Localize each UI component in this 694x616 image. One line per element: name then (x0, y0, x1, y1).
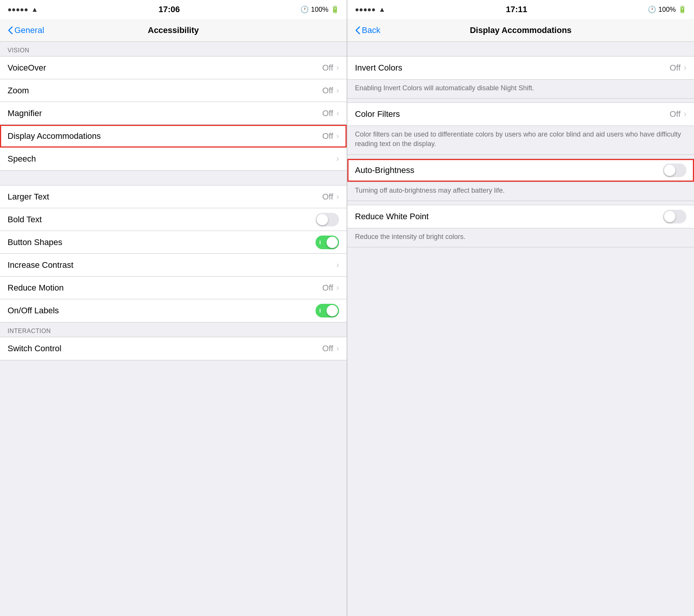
display-accommodations-row[interactable]: Display Accommodations Off › (0, 125, 347, 148)
increase-contrast-chevron: › (336, 260, 339, 270)
onoff-labels-toggle[interactable]: I (316, 304, 339, 317)
switch-control-row[interactable]: Switch Control Off › (0, 337, 347, 360)
speech-label: Speech (8, 154, 333, 164)
bold-text-knob (317, 214, 328, 225)
reduce-motion-value: Off (322, 283, 333, 293)
back-button-right[interactable]: Back (355, 25, 380, 35)
magnifier-value: Off (322, 108, 333, 118)
reduce-white-point-label: Reduce White Point (355, 212, 663, 222)
nav-bar-left: General Accessibility (0, 19, 347, 42)
voiceover-row[interactable]: VoiceOver Off › (0, 57, 347, 79)
increase-contrast-label: Increase Contrast (8, 260, 336, 270)
auto-brightness-label: Auto-Brightness (355, 165, 663, 175)
zoom-row[interactable]: Zoom Off › (0, 79, 347, 102)
color-filters-chevron: › (684, 109, 686, 119)
speech-chevron: › (336, 154, 339, 164)
color-filters-value: Off (670, 109, 681, 119)
larger-text-chevron: › (336, 192, 339, 202)
invert-colors-row[interactable]: Invert Colors Off › (347, 57, 694, 79)
reduce-white-point-knob (664, 211, 675, 222)
status-carrier-left: ●●●●● ▲ (8, 6, 38, 14)
display-accommodations-value: Off (322, 131, 333, 141)
magnifier-chevron: › (336, 108, 339, 118)
button-shapes-label: Button Shapes (8, 237, 316, 247)
invert-colors-description: Enabling Invert Colors will automaticall… (347, 80, 694, 99)
battery-icon-right: 🔋 (678, 5, 686, 14)
reduce-white-point-block: Reduce White Point (347, 205, 694, 228)
increase-contrast-row[interactable]: Increase Contrast › (0, 254, 347, 277)
button-shapes-row[interactable]: Button Shapes I (0, 231, 347, 254)
auto-brightness-knob (664, 165, 675, 176)
battery-pct-left: 100% (311, 6, 328, 14)
voiceover-value: Off (322, 63, 333, 73)
onoff-labels-toggle-label: I (319, 308, 321, 314)
reduce-motion-row[interactable]: Reduce Motion Off › (0, 277, 347, 299)
status-time-right: 17:11 (506, 5, 527, 14)
color-filters-block: Color Filters Off › (347, 102, 694, 126)
zoom-value: Off (322, 86, 333, 96)
reduce-motion-chevron: › (336, 283, 339, 293)
button-shapes-knob (327, 237, 338, 248)
onoff-labels-knob (327, 305, 338, 316)
back-button-left[interactable]: General (8, 25, 44, 35)
color-filters-row[interactable]: Color Filters Off › (347, 103, 694, 126)
page-title-left: Accessibility (148, 25, 199, 35)
button-shapes-toggle[interactable]: I (316, 236, 339, 249)
battery-pct-right: 100% (658, 6, 676, 14)
interaction-list: Switch Control Off › (0, 337, 347, 360)
general-list: Larger Text Off › Bold Text Button Shape… (0, 185, 347, 322)
onoff-labels-label: On/Off Labels (8, 306, 316, 316)
section-interaction-header: INTERACTION (0, 322, 347, 337)
bold-text-row[interactable]: Bold Text (0, 208, 347, 231)
back-label-right: Back (362, 25, 380, 35)
carrier-text-left: ●●●●● (8, 6, 28, 14)
invert-colors-chevron: › (684, 63, 686, 73)
zoom-label: Zoom (8, 86, 322, 96)
magnifier-label: Magnifier (8, 108, 322, 118)
magnifier-row[interactable]: Magnifier Off › (0, 102, 347, 125)
invert-colors-block: Invert Colors Off › (347, 56, 694, 80)
bold-text-toggle[interactable] (316, 213, 339, 226)
voiceover-label: VoiceOver (8, 63, 322, 73)
status-right-right: 🕐 100% 🔋 (648, 5, 686, 14)
color-filters-description: Color filters can be used to differentia… (347, 126, 694, 154)
switch-control-label: Switch Control (8, 344, 322, 354)
alarm-icon-left: 🕐 (300, 5, 309, 14)
auto-brightness-toggle[interactable] (663, 163, 686, 177)
right-top-spacer (347, 42, 694, 56)
status-bar-left: ●●●●● ▲ 17:06 🕐 100% 🔋 (0, 0, 347, 19)
reduce-white-point-row[interactable]: Reduce White Point (347, 205, 694, 228)
spacer-3 (347, 201, 694, 205)
color-filters-label: Color Filters (355, 109, 670, 119)
larger-text-row[interactable]: Larger Text Off › (0, 185, 347, 208)
section-vision-header: VISION (0, 42, 347, 56)
speech-row[interactable]: Speech › (0, 148, 347, 170)
vision-list: VoiceOver Off › Zoom Off › Magnifier Off… (0, 56, 347, 171)
battery-icon-left: 🔋 (331, 5, 339, 14)
nav-bar-right: Back Display Accommodations (347, 19, 694, 42)
right-panel: ●●●●● ▲ 17:11 🕐 100% 🔋 Back Display Acco… (347, 0, 694, 616)
section-interaction-label: INTERACTION (8, 328, 51, 335)
onoff-labels-row[interactable]: On/Off Labels I (0, 299, 347, 322)
status-carrier-right: ●●●●● ▲ (355, 6, 385, 14)
section-vision-label: VISION (8, 47, 29, 54)
larger-text-value: Off (322, 192, 333, 202)
section-general-spacer (0, 171, 347, 185)
wifi-icon-left: ▲ (31, 6, 38, 14)
auto-brightness-row[interactable]: Auto-Brightness (347, 159, 694, 182)
status-right-left: 🕐 100% 🔋 (300, 5, 339, 14)
reduce-white-point-toggle[interactable] (663, 210, 686, 223)
spacer-1 (347, 99, 694, 102)
reduce-white-point-description: Reduce the intensity of bright colors. (347, 228, 694, 247)
display-accommodations-label: Display Accommodations (8, 131, 322, 141)
bold-text-label: Bold Text (8, 215, 316, 225)
carrier-text-right: ●●●●● (355, 6, 375, 14)
switch-control-value: Off (322, 344, 333, 354)
larger-text-label: Larger Text (8, 192, 322, 202)
display-accommodations-chevron: › (336, 131, 339, 141)
zoom-chevron: › (336, 86, 339, 96)
invert-colors-value: Off (670, 63, 681, 73)
button-shapes-toggle-label: I (319, 239, 321, 245)
status-bar-right: ●●●●● ▲ 17:11 🕐 100% 🔋 (347, 0, 694, 19)
auto-brightness-block: Auto-Brightness (347, 159, 694, 182)
